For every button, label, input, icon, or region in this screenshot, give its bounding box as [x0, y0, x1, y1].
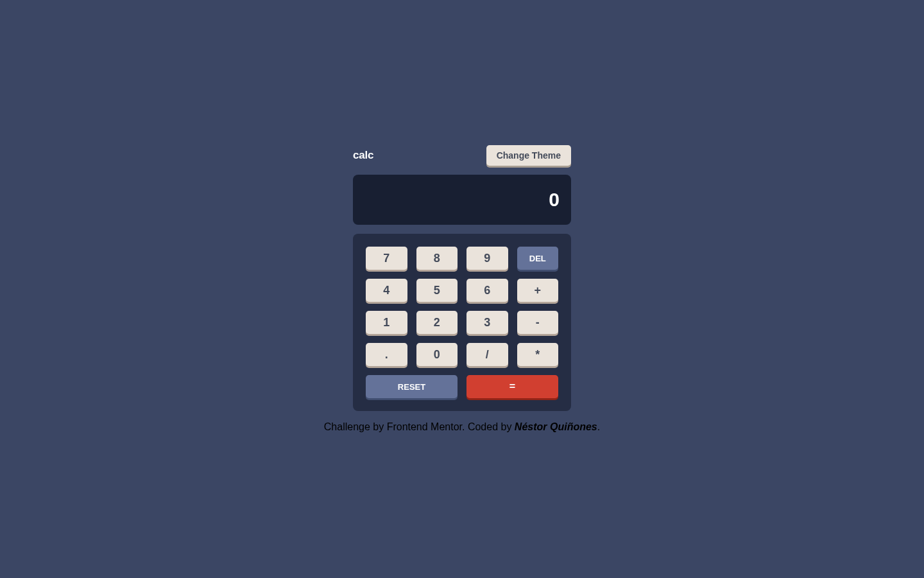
key-plus[interactable]: + — [517, 279, 559, 302]
display: 0 — [353, 175, 571, 225]
key-reset[interactable]: RESET — [366, 375, 458, 398]
logo: calc — [353, 149, 373, 162]
key-5[interactable]: 5 — [416, 279, 458, 302]
key-divide[interactable]: / — [466, 343, 508, 366]
change-theme-button[interactable]: Change Theme — [486, 145, 571, 166]
key-4[interactable]: 4 — [366, 279, 407, 302]
key-8[interactable]: 8 — [416, 247, 458, 270]
attribution-author: Néstor Quiñones — [515, 421, 597, 432]
attribution: Challenge by Frontend Mentor. Coded by N… — [324, 421, 600, 433]
keypad: 7 8 9 DEL 4 5 6 + 1 2 3 - . 0 / * RESET … — [353, 234, 571, 411]
key-2[interactable]: 2 — [416, 311, 458, 334]
header: calc Change Theme — [353, 145, 571, 166]
key-del[interactable]: DEL — [517, 247, 559, 270]
key-dot[interactable]: . — [366, 343, 407, 366]
key-multiply[interactable]: * — [517, 343, 559, 366]
key-6[interactable]: 6 — [466, 279, 508, 302]
key-equals[interactable]: = — [466, 375, 558, 398]
key-1[interactable]: 1 — [366, 311, 407, 334]
attribution-prefix: Challenge by Frontend Mentor. Coded by — [324, 421, 515, 432]
key-minus[interactable]: - — [517, 311, 559, 334]
attribution-suffix: . — [597, 421, 600, 432]
key-7[interactable]: 7 — [366, 247, 407, 270]
key-3[interactable]: 3 — [466, 311, 508, 334]
key-9[interactable]: 9 — [466, 247, 508, 270]
key-0[interactable]: 0 — [416, 343, 458, 366]
calculator: calc Change Theme 0 7 8 9 DEL 4 5 6 + 1 … — [353, 145, 571, 411]
